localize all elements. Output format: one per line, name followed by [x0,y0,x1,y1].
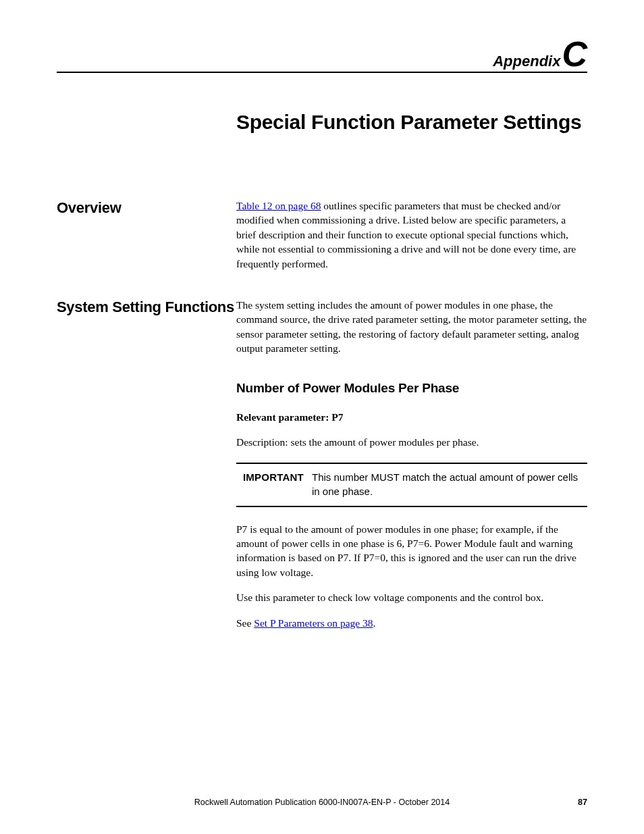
set-p-parameters-link[interactable]: Set P Parameters on page 38 [254,617,373,629]
description-text: Description: sets the amount of power mo… [236,435,587,449]
p7-explanation: P7 is equal to the amount of power modul… [236,522,587,580]
system-setting-body: The system setting includes the amount o… [236,298,587,630]
power-modules-subheading: Number of Power Modules Per Phase [236,380,587,397]
relevant-parameter: Relevant parameter: P7 [236,410,587,424]
page-footer: Rockwell Automation Publication 6000-IN0… [57,798,587,807]
overview-body: Table 12 on page 68 outlines specific pa… [236,199,587,271]
overview-heading: Overview [57,199,236,217]
publication-info: Rockwell Automation Publication 6000-IN0… [194,798,450,807]
page-number: 87 [578,798,587,807]
appendix-header: AppendixC [57,41,587,73]
section-overview: Overview Table 12 on page 68 outlines sp… [57,199,587,271]
important-callout: IMPORTANT This number MUST match the act… [236,463,587,506]
appendix-letter: C [562,34,587,74]
table-12-link[interactable]: Table 12 on page 68 [236,200,321,211]
system-intro: The system setting includes the amount o… [236,298,587,356]
see-reference: See Set P Parameters on page 38. [236,616,587,630]
important-text: This number MUST match the actual amount… [312,471,587,498]
section-system-setting: System Setting Functions The system sett… [57,298,587,630]
use-parameter-text: Use this parameter to check low voltage … [236,590,587,604]
chapter-title: Special Function Parameter Settings [236,111,587,134]
appendix-word: Appendix [493,53,560,70]
important-label: IMPORTANT [243,471,312,498]
system-setting-heading: System Setting Functions [57,298,236,316]
